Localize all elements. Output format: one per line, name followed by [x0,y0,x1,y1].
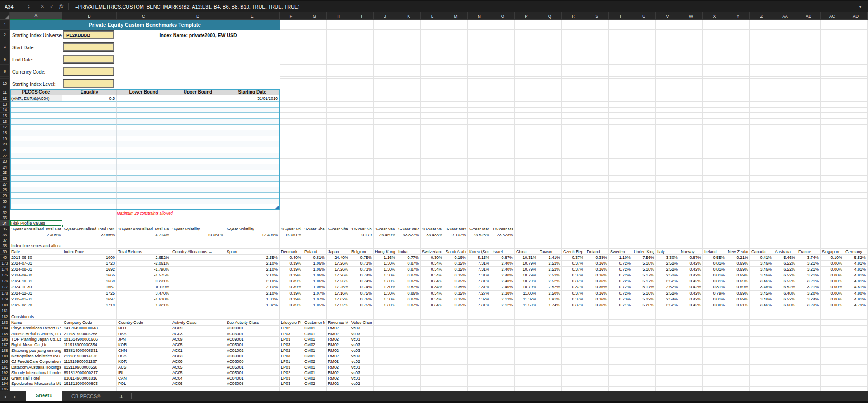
cell[interactable] [703,147,726,153]
constituent-cell[interactable]: vc03 [350,342,374,348]
cell[interactable] [562,193,585,199]
cell[interactable] [632,387,656,391]
cell[interactable] [844,370,868,375]
cell[interactable] [491,95,515,102]
ts-allocation-cell[interactable]: 0.69% [726,296,750,302]
cell[interactable] [421,176,444,182]
cell[interactable] [773,130,797,136]
cell[interactable] [562,220,585,226]
cell[interactable] [609,387,632,391]
cell[interactable] [491,147,515,153]
cell[interactable] [609,187,632,193]
cell[interactable] [821,331,844,337]
cell[interactable] [797,210,821,216]
constraint-cell[interactable] [10,164,62,170]
cell[interactable] [844,170,868,176]
cell[interactable] [468,170,491,176]
cell[interactable] [703,337,726,342]
cell[interactable] [679,79,703,89]
time-series-header[interactable]: China [515,249,538,255]
cell[interactable] [726,164,750,170]
risk-metric-header[interactable]: 5-year Volatility [225,226,280,232]
cell[interactable] [773,348,797,353]
row-header-189[interactable]: 189 [0,353,10,359]
cell[interactable] [703,30,726,40]
ts-allocation-cell[interactable]: 5.17% [632,284,656,290]
row-header-38[interactable]: 38 [0,243,10,249]
cell[interactable] [797,342,821,348]
ts-allocation-cell[interactable]: 0.79% [703,291,726,296]
risk-metric-header[interactable]: 5-year Annualised Total Return [62,226,117,232]
constituent-cell[interactable]: AC03001 [225,331,280,337]
time-series-header[interactable]: Date [10,249,62,255]
cell[interactable] [750,359,773,365]
time-series-header[interactable]: India [397,249,421,255]
constraint-cell[interactable] [62,159,117,164]
cell[interactable] [397,42,421,52]
ts-allocation-cell[interactable]: 0.36% [585,278,609,284]
cell[interactable] [656,199,679,205]
cell[interactable] [303,108,327,113]
ts-allocation-cell[interactable]: 3.46% [750,278,773,284]
cell[interactable] [773,337,797,342]
cell[interactable] [374,125,397,131]
constituent-cell[interactable]: vc03 [350,337,374,342]
cell[interactable] [397,176,421,182]
cell[interactable] [562,359,585,365]
cell[interactable] [397,164,421,170]
cell[interactable] [821,365,844,370]
cell[interactable] [515,216,538,220]
cell[interactable] [656,20,679,30]
cell[interactable] [632,113,656,119]
cell[interactable] [797,130,821,136]
ts-date-cell[interactable]: 2024-07-31 [10,261,62,267]
cell[interactable] [609,199,632,205]
cell[interactable] [609,136,632,142]
row-header-23[interactable]: 23 [0,159,10,164]
ts-allocation-cell[interactable]: 0.39% [280,284,303,290]
cell[interactable] [327,170,350,176]
cell[interactable] [797,30,821,40]
cell[interactable] [632,376,656,381]
cell[interactable] [656,153,679,159]
cell[interactable] [538,337,562,342]
row-header-188[interactable]: 188 [0,348,10,353]
ts-allocation-cell[interactable]: 0.36% [585,272,609,278]
select-all-corner[interactable] [0,12,10,20]
cell[interactable] [750,79,773,89]
constituent-cell[interactable]: AC05 [171,370,225,375]
ts-allocation-cell[interactable]: 0.73% [350,267,374,272]
cell[interactable] [327,119,350,125]
cell[interactable] [421,365,444,370]
cell[interactable] [585,226,609,232]
cell[interactable] [632,159,656,164]
cell[interactable] [491,342,515,348]
cell[interactable] [773,125,797,131]
constituent-cell[interactable]: CM01 [303,337,327,342]
column-header-H[interactable]: H [327,12,350,20]
cell[interactable] [515,370,538,375]
constraint-cell[interactable] [117,119,171,125]
constituent-cell[interactable]: AC09001 [225,337,280,342]
cell[interactable] [609,30,632,40]
constraint-cell[interactable] [10,130,62,136]
cell[interactable] [421,164,444,170]
constraint-cell[interactable] [10,136,62,142]
cell[interactable] [585,376,609,381]
time-series-header[interactable]: Hong Kong [374,249,397,255]
cell[interactable] [585,342,609,348]
ts-price-cell[interactable]: 1725 [62,291,117,296]
cell[interactable] [538,238,562,243]
constraint-cell[interactable] [62,182,117,187]
cell[interactable] [844,220,868,226]
cell[interactable] [350,176,374,182]
cell[interactable] [821,314,844,320]
risk-metric-header[interactable]: 10-Year Sha [350,226,374,232]
constituent-cell[interactable]: LP03 [280,353,303,359]
cell[interactable] [515,89,538,95]
ts-allocation-cell[interactable]: 2.10% [225,284,280,290]
constituent-cell[interactable]: KOR [117,342,171,348]
cell[interactable] [844,342,868,348]
cell[interactable] [726,308,750,314]
cell[interactable] [515,153,538,159]
